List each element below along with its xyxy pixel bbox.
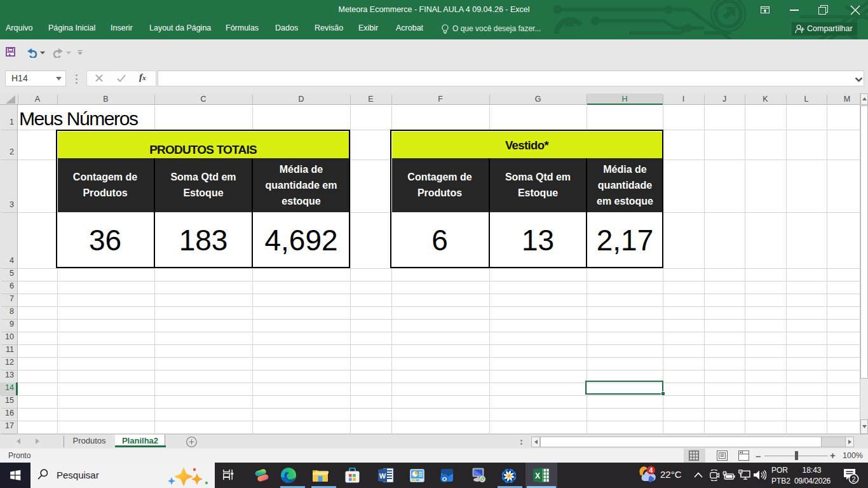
svg-text:W: W [379,472,386,480]
svg-text:2: 2 [851,475,855,483]
svg-text:4: 4 [649,466,653,474]
svg-text:X: X [535,471,540,480]
svg-text:O: O [442,475,447,482]
